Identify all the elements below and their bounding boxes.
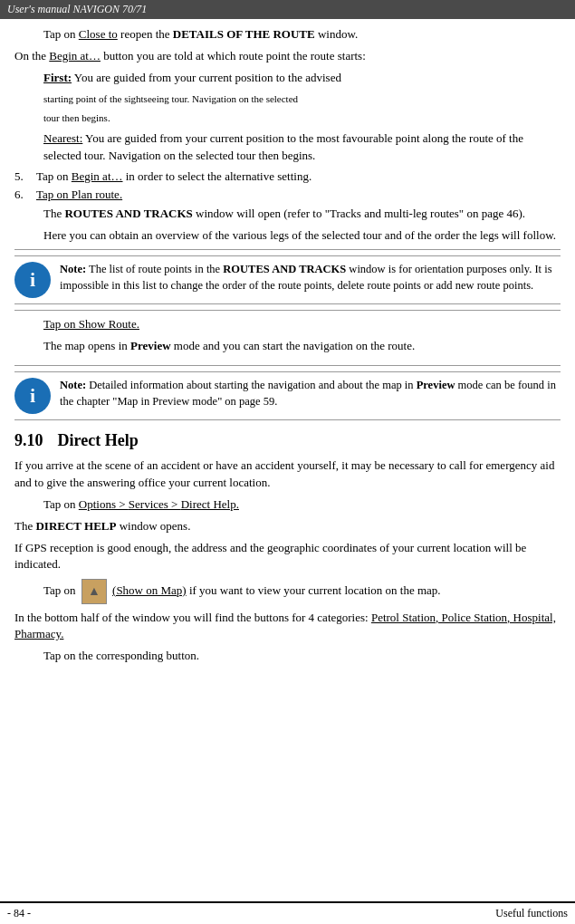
first-small2: tour then begins. — [43, 111, 561, 125]
nearest-block: Nearest: You are guided from your curren… — [14, 130, 561, 163]
tap-corresponding: Tap on the corresponding button. — [14, 648, 561, 664]
step5-num: 5. — [14, 169, 31, 184]
first-block: First: You are guided from your current … — [14, 70, 561, 125]
services-link: Services > — [129, 497, 181, 511]
routes-label: ROUTES AND TRACKS — [64, 207, 192, 220]
show-on-map-link: (Show on Map) — [112, 583, 187, 597]
first-text: You are guided from your current positio… — [72, 71, 341, 84]
step-5: 5. Tap on Begin at… in order to select t… — [14, 169, 561, 184]
show-route-link: Tap on Show Route. — [43, 317, 139, 331]
tap-close-paragraph: Tap on Close to reopen the DETAILS OF TH… — [14, 26, 561, 43]
options-link: Options > — [79, 497, 129, 511]
section-number: 9.10 — [14, 431, 43, 450]
bottom-half-text: In the bottom half of the window you wil… — [14, 610, 561, 642]
routes-window-block: The ROUTES AND TRACKS window will open (… — [14, 206, 561, 244]
note-icon-1: i — [14, 262, 51, 298]
step-6: 6. Tap on Plan route. — [14, 188, 561, 202]
note-box-2: i Note: Detailed information about start… — [14, 371, 561, 420]
note-text-2: Note: Detailed information about startin… — [60, 378, 561, 409]
step6-num: 6. — [14, 188, 31, 202]
show-route-section: Tap on Show Route. The map opens in Prev… — [14, 310, 561, 366]
section-910-heading: 9.10 Direct Help — [14, 431, 561, 450]
direct-help-p1: If you arrive at the scene of an acciden… — [14, 457, 561, 490]
map-opens-text: The map opens in Preview mode and you ca… — [14, 338, 561, 354]
note-icon-2: i — [14, 378, 51, 414]
first-small: starting point of the sightseeing tour. … — [43, 92, 561, 106]
details-label: DETAILS OF THE ROUTE — [173, 27, 315, 41]
gps-text: If GPS reception is good enough, the add… — [14, 540, 561, 573]
begin-at-link: Begin at… — [49, 49, 101, 63]
window-text: window. — [315, 27, 359, 41]
tap-close-text: Tap on — [43, 27, 79, 41]
step5-text: Tap on Begin at… in order to select the … — [36, 169, 311, 184]
bottom-bar: - 84 - Useful functions — [0, 901, 575, 924]
note-text-1: Note: The list of route points in the RO… — [60, 262, 561, 294]
close-link: Close to — [79, 27, 118, 41]
map-icon — [81, 579, 107, 604]
nearest-label: Nearest: — [43, 131, 82, 145]
step6-link: Tap on Plan route. — [36, 188, 122, 202]
note-box-1: i Note: The list of route points in the … — [14, 255, 561, 304]
direct-help-label: DIRECT HELP — [35, 519, 116, 533]
footer-label: Useful functions — [495, 907, 568, 920]
tap-show-route: Tap on Show Route. — [14, 316, 561, 332]
first-label: First: — [43, 71, 72, 84]
page-number: - 84 - — [7, 907, 31, 920]
direct-help-link: Direct Help. — [181, 497, 239, 511]
tap-close-rest: reopen the — [118, 27, 173, 41]
begin-at-paragraph: On the Begin at… button you are told at … — [14, 48, 561, 64]
top-bar: User's manual NAVIGON 70/71 — [0, 0, 575, 19]
tap-options: Tap on Options > Services > Direct Help. — [14, 496, 561, 513]
nearest-text: You are guided from your current positio… — [43, 131, 523, 161]
direct-help-window-text: The DIRECT HELP window opens. — [14, 518, 561, 534]
tap-map-icon: Tap on (Show on Map) if you want to view… — [14, 579, 561, 604]
section-title: Direct Help — [58, 431, 139, 450]
main-content: Tap on Close to reopen the DETAILS OF TH… — [0, 19, 575, 706]
